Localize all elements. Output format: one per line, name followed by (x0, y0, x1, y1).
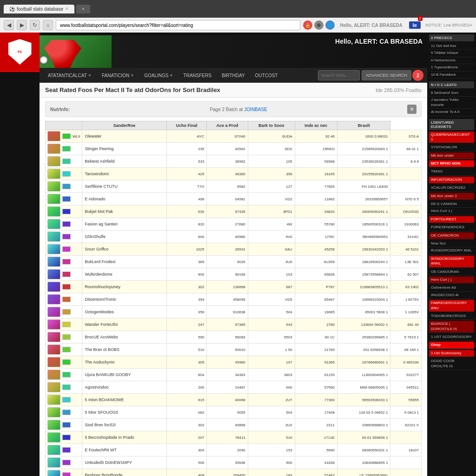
sidebar-item[interactable]: INTADCROSS00RY ANNL (429, 256, 474, 268)
pagination-link[interactable]: JOINBASE (244, 107, 267, 112)
sidebar-item[interactable]: Al incorote To A II (429, 109, 474, 116)
table-row[interactable]: 5 Inton BOAKMOWE615400682U77736056563506… (46, 394, 422, 406)
nav-item-4[interactable]: BIRTHDAY (217, 70, 250, 81)
player-name-cell[interactable]: Octogentitoides (82, 306, 166, 318)
player-name-cell[interactable]: E FoutechRit WT (82, 444, 166, 456)
table-row[interactable]: Octogentitoides3569106385041906565001 56… (46, 306, 422, 318)
table-row[interactable]: Unkuded5 DotnEW1MPY500356469004183610840… (46, 456, 422, 469)
table-row[interactable]: Wuferderdome900901691038583615873558894 … (46, 268, 422, 281)
search-button[interactable]: ADVANCED SEARCH (362, 70, 411, 80)
sidebar-item[interactable]: Mb leer under (429, 152, 474, 159)
sidebar-item[interactable]: J lacodero TrAllo inscorte (429, 97, 474, 109)
player-name-cell[interactable]: BrocUE AcoWebs (82, 331, 166, 344)
notification-button[interactable]: 2 (412, 70, 423, 81)
player-name-cell[interactable]: DitoentomiTronic (82, 293, 166, 306)
player-name-cell[interactable]: Bukjet Mot Pak (82, 205, 166, 218)
filter-icon[interactable]: ⚙ (407, 105, 416, 114)
player-name-cell[interactable]: Bektest Ashfield (82, 155, 166, 168)
player-name-cell[interactable]: ButiLerd Frodexi (82, 256, 166, 268)
table-row[interactable]: E Adonado49804581VD21188226335850657N7D … (46, 193, 422, 205)
sidebar-item[interactable]: Hern Curt ( ) (429, 277, 474, 284)
player-name-cell[interactable]: Ujura BANKUBI GOOBY (82, 369, 166, 381)
table-row[interactable]: Bukjet Mot Pak630973353PD134820260650602… (46, 205, 422, 218)
sidebar-item[interactable]: 1 UST SCOGROSSORY (429, 334, 474, 341)
table-row[interactable]: Serfillone CTUTUT7O958212777665FH 1001 L… (46, 180, 422, 193)
col-1[interactable]: Ucho Final (166, 121, 207, 130)
table-row[interactable]: Snurr Griffco1025265410AU452561583034205… (46, 243, 422, 256)
sidebar-item[interactable]: MCT RPHO NON- (429, 160, 474, 167)
sidebar-item[interactable]: VYNTHOMLOR (429, 144, 474, 151)
player-name-cell[interactable]: Snurr Griffco (82, 243, 166, 256)
table-row[interactable]: WLIIOlewaterAYCST0406UDA92.461600 0.9803… (46, 130, 422, 143)
player-name-cell[interactable]: 5 Mior SFOUOG5 (82, 406, 166, 419)
new-tab[interactable]: + (76, 5, 90, 13)
search-input[interactable] (318, 70, 360, 80)
sidebar-item[interactable]: Hern Curt 1 ( (429, 208, 474, 215)
sidebar-item[interactable]: FORTOUREST (429, 216, 474, 223)
table-row[interactable]: Wander ForteUfoi247973855432780133664 56… (46, 318, 422, 331)
sidebar-item[interactable]: 1 TupocenBome (429, 64, 474, 71)
player-name-cell[interactable]: Fasion ag Santeri (82, 218, 166, 231)
sidebar-item[interactable]: T84SO (429, 168, 474, 175)
player-name-cell[interactable]: Unkuded5 DotnEW1MPY (82, 456, 166, 469)
table-row[interactable]: 5 Mior SFOUOG5082505550417408128 03 5 06… (46, 406, 422, 419)
table-row[interactable]: Ujura BANKUBI GOOBY80434363380361150LL60… (46, 369, 422, 381)
tab-close-icon[interactable]: ✕ (65, 7, 69, 11)
sidebar-item[interactable]: INIUDECOSO Al (429, 292, 474, 299)
table-row[interactable]: Taroxendomi425483603561616520155620381 1 (46, 168, 422, 180)
table-row[interactable]: Besbore BronBonde40926945018351487LE 156… (46, 469, 422, 476)
sidebar-item[interactable]: Mb leor under 2 (429, 193, 474, 200)
sidebar-item[interactable]: D6 G CANNON (429, 201, 474, 208)
col-3[interactable]: Bark to Soos (248, 121, 295, 130)
sidebar-item[interactable]: TODOBORECROOS (429, 313, 474, 320)
back-button[interactable]: ◀ (4, 20, 14, 30)
sidebar-item[interactable]: Osforentore Ad (429, 284, 474, 291)
table-row[interactable]: ButiLerd Frodexi38590263U04U359188165002… (46, 256, 422, 268)
sidebar-item[interactable]: OE CANOORAN (429, 269, 474, 276)
nav-item-5[interactable]: OUTCOST (251, 70, 283, 81)
table-row[interactable]: Roumolnucloyuney302136668687P78721968380… (46, 281, 422, 293)
table-row[interactable]: The Bran ot BOBS510500101 5021760201 635… (46, 344, 422, 356)
col-0[interactable]: SanderRoe (82, 121, 166, 130)
table-row[interactable]: Bektest Ashfield533369621055658823536026… (46, 155, 422, 168)
nav-item-0[interactable]: ATATANTICALCAT ▼ (43, 70, 96, 81)
sidebar-item[interactable]: 11 Get doit fosr (429, 43, 474, 50)
sidebar-item[interactable]: Now Sco (429, 240, 474, 247)
sidebar-item[interactable]: 8 SeGnerof Sorc (429, 90, 474, 97)
player-name-cell[interactable]: Agostroridoo (82, 381, 166, 394)
sidebar-item[interactable]: H Netcerscone (429, 57, 474, 64)
sidebar-item[interactable]: INFUNTORACION (429, 177, 474, 184)
table-row[interactable]: Fasion ag Santeri820276804W5578018500500… (46, 218, 422, 231)
browser-icon-2[interactable]: ⚙ (314, 20, 324, 30)
home-button[interactable]: ⌂ (43, 20, 53, 30)
sidebar-item[interactable]: Ohop (429, 342, 474, 349)
player-name-cell[interactable]: The Bran ot BOBS (82, 344, 166, 356)
table-row[interactable]: Stinger Peering23540562SDS15REO215656200… (46, 143, 422, 155)
table-row[interactable]: The Aoduckynio30545960107913651678668069… (46, 356, 422, 369)
table-row[interactable]: E FoutechRit WT3042040153599008360650201… (46, 444, 422, 456)
nav-item-3[interactable]: TRANSFERS (178, 70, 216, 81)
col-4[interactable]: Inde ac nec (295, 121, 337, 130)
address-input[interactable] (56, 20, 300, 30)
player-name-cell[interactable]: Gl3nShulfe (82, 231, 166, 243)
sidebar-item[interactable]: 5 TABkle InSave (429, 50, 474, 57)
sidebar-item[interactable]: 10 B Faroblock (429, 72, 474, 79)
sidebar-item[interactable]: OOOD COOR OROILITE IS (429, 358, 474, 370)
table-row[interactable]: 5 Becroshopibide In Prado207784115101711… (46, 431, 422, 444)
sidebar-item[interactable]: FABREGEROSSORY ANU (429, 300, 474, 312)
forward-button[interactable]: ▶ (17, 20, 27, 30)
player-name-cell[interactable]: Stinger Peering (82, 143, 166, 155)
player-name-cell[interactable]: Olewater (82, 130, 166, 143)
player-name-cell[interactable]: Siod Bner foc52I (82, 419, 166, 431)
sidebar-item[interactable]: FORESENDENCES (429, 224, 474, 231)
player-name-cell[interactable]: Wuferderdome (82, 268, 166, 281)
player-name-cell[interactable]: The Aoduckynio (82, 356, 166, 369)
player-name-cell[interactable]: E Adonado (82, 193, 166, 205)
active-tab[interactable]: ⚽ football stats database ✕ (4, 5, 74, 13)
table-row[interactable]: DitoentomiTronic394458056VD5654871099631… (46, 293, 422, 306)
col-2[interactable]: Ace a Prod (207, 121, 248, 130)
player-name-cell[interactable]: Roumolnucloyuney (82, 281, 166, 293)
site-logo[interactable]: FS (0, 33, 40, 72)
nav-item-2[interactable]: GOALINGS ▼ (139, 70, 178, 81)
table-row[interactable]: Agostroridoo2001048700057560M68 96805095… (46, 381, 422, 394)
